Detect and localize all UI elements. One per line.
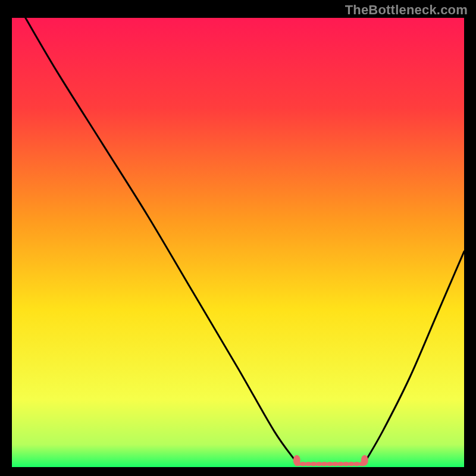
chart-frame: [12, 18, 464, 467]
curve-endpoint-marker-1: [361, 455, 368, 466]
attribution-text: TheBottleneck.com: [345, 2, 468, 18]
gradient-background: [12, 18, 464, 467]
bottleneck-chart: [12, 18, 464, 467]
curve-endpoint-marker-0: [293, 455, 300, 466]
